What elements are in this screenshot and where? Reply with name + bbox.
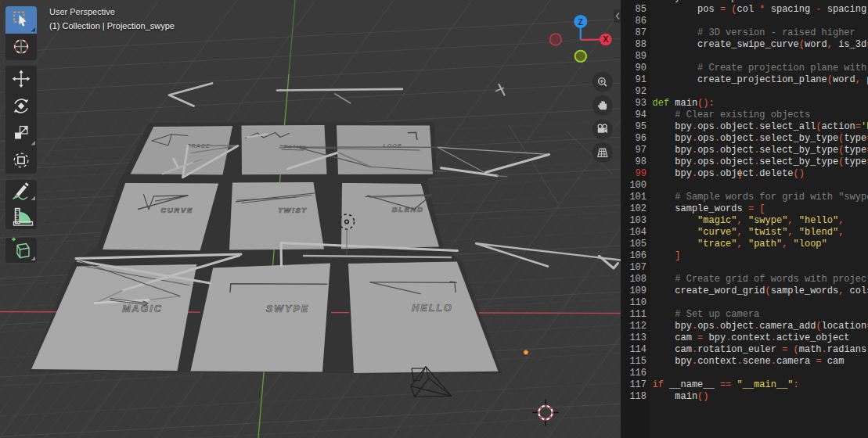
svg-text:Z: Z [578, 17, 584, 27]
svg-text:X: X [603, 35, 608, 44]
